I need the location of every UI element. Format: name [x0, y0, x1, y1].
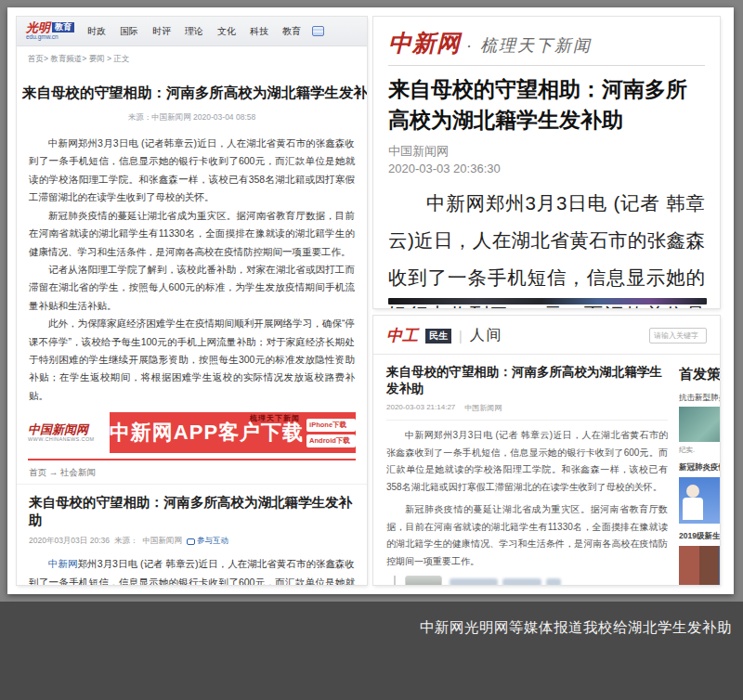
workers-article-title: 来自母校的守望相助：河南多所高校为湖北籍学生发补助 [386, 364, 668, 397]
wechat-moments-quote: 天哪，是我的朋友圈被学校领导看到了吗！！！我爱我们学校，湖北人民感受到了学校的关… [394, 576, 668, 585]
avatar [405, 576, 442, 585]
workers-date: 2020-03-03 21:14:27 [386, 403, 455, 413]
breadcrumb[interactable]: 首页> 教育频道> 要闻 > 正文 [17, 46, 367, 69]
chinanews-tagline: · 梳理天下新闻 [466, 34, 592, 57]
section-renjian[interactable]: 人间 [470, 326, 503, 345]
workers-header: 中工 民生 | 人间 [373, 316, 720, 355]
chinanews-logo: 中国新闻网 WWW.CHINANEWS.COM [28, 412, 110, 453]
cnsnet-link[interactable]: 中新网 [48, 558, 78, 569]
sidebar-caption: 纪实. [679, 446, 720, 455]
paragraph: 新冠肺炎疫情的蔓延让湖北省成为重灾区。据河南省教育厅数据，目前在河南省就读的湖北… [29, 207, 355, 261]
banner-stamp: 梳理天下新闻 [250, 413, 300, 423]
article-date: 2020年03月03日 20:36 [29, 536, 110, 547]
edu-badge: 教育 [52, 22, 74, 32]
chinanews-logo-text: 中国新闻网 [28, 423, 106, 435]
chinanews-mobile-logo[interactable]: 中新网 [388, 28, 461, 58]
gmw-header: 光明 教育 edu.gmw.cn 时政 国际 时评 理论 文化 科技 教育 [17, 17, 367, 46]
breadcrumb-society[interactable]: 首页 → 社会新闻 [17, 460, 367, 485]
workers-article-meta: 2020-03-03 21:14:27 中国新闻网 [386, 403, 668, 421]
nav-item-lilun[interactable]: 理论 [185, 25, 203, 38]
paragraph: 中新网郑州3月3日电 (记者韩章云)近日，人在湖北省黄石市的张鑫森收到了一条手机… [29, 135, 355, 207]
nav-item-shiping[interactable]: 时评 [152, 25, 171, 38]
paragraph: 新冠肺炎疫情的蔓延让湖北省成为重灾区。据河南省教育厅数据，目前在河南省就读的湖北… [386, 501, 668, 570]
article-body: 中新网郑州3月3日电 (记者韩章云)近日，人在湖北省黄石市的张鑫森收到了一条手机… [17, 135, 367, 405]
article-title: 来自母校的守望相助：河南多所高校为湖北籍学生发补助 [17, 84, 367, 103]
nav-item-guoji[interactable]: 国际 [120, 25, 138, 38]
android-download-button[interactable]: Android下载 [306, 434, 356, 447]
mobile-source: 中国新闻网 [388, 143, 705, 160]
paragraph: 记者从洛阳理工学院了解到，该校此番补助，对家在湖北省或因打工而滞留在湖北省的学生… [29, 261, 355, 315]
medical-workers-thumbnail[interactable] [679, 407, 720, 442]
iphone-download-button[interactable]: iPhone下载 [306, 419, 356, 432]
sidebar-item-label[interactable]: 新冠肺炎疫情 [679, 462, 720, 473]
workers-sidebar: 首发策划 抗击新型肺炎 纪实. 新冠肺炎疫情 2019级新生 [679, 355, 720, 585]
mobile-article-panel: 中新网 · 梳理天下新闻 来自母校的守望相助：河南多所高校为湖北籍学生发补助 中… [373, 17, 720, 308]
nav-item-keji[interactable]: 科技 [250, 25, 268, 38]
menu-icon[interactable] [312, 26, 324, 36]
app-download-banner[interactable]: 中国新闻网 WWW.CHINANEWS.COM 梳理天下新闻 中新网APP客户下… [28, 412, 356, 453]
gmw-article-panel: 光明 教育 edu.gmw.cn 时政 国际 时评 理论 文化 科技 教育 [17, 17, 367, 585]
workers-article: 来自母校的守望相助：河南多所高校为湖北籍学生发补助 2020-03-03 21:… [373, 355, 679, 585]
workers-article-panel: 中工 民生 | 人间 来自母校的守望相助：河南多所高校为湖北籍学生发补助 202… [373, 316, 720, 585]
guangming-logo-text: 光明 [26, 21, 50, 33]
mobile-body: 中新网郑州3月3日电 (记者 韩章云)近日，人在湖北省黄石市的张鑫森收到了一条手… [388, 185, 705, 308]
gmw-edu-logo[interactable]: 光明 教育 edu.gmw.cn [26, 21, 74, 41]
search-input[interactable] [649, 328, 707, 344]
header-divider: | [459, 329, 463, 344]
nav-item-shizheng[interactable]: 时政 [87, 25, 106, 38]
article-meta-2: 2020年03月03日 20:36 来源： 中国新闻网 参与互动 [17, 529, 367, 555]
caption-bar: 中新网光明网等媒体报道我校给湖北学生发补助 [0, 602, 743, 700]
caption-text: 中新网光明网等媒体报道我校给湖北学生发补助 [420, 618, 732, 638]
mobile-header: 中新网 · 梳理天下新闻 [388, 28, 705, 66]
banner-buttons: iPhone下载 Android下载 [304, 412, 356, 453]
white-canvas: 光明 教育 edu.gmw.cn 时政 国际 时评 理论 文化 科技 教育 [7, 7, 734, 594]
article-source-meta: 来源：中国新闻网 2020-03-04 08:58 [17, 112, 367, 123]
sidebar-item-label[interactable]: 2019级新生 [679, 531, 720, 542]
photo-collage-thumbnail[interactable] [679, 546, 720, 585]
gray-frame: 光明 教育 edu.gmw.cn 时政 国际 时评 理论 文化 科技 教育 [0, 0, 743, 602]
minsheng-badge: 民生 [425, 329, 451, 344]
interact-link[interactable]: 参与互动 [187, 536, 228, 547]
nav-item-wenhua[interactable]: 文化 [217, 25, 236, 38]
article-title-2: 来自母校的守望相助：河南多所高校为湖北籍学生发补助 [17, 485, 367, 529]
gmw-nav: 时政 国际 时评 理论 文化 科技 教育 [87, 25, 301, 38]
redacted-username [450, 578, 668, 585]
paragraph: 中新网郑州3月3日电 (记者 韩章云)近日，人在湖北省黄石市的张鑫森收到了一条手… [29, 555, 355, 585]
speech-bubble-icon [187, 538, 195, 545]
article-body-2: 中新网郑州3月3日电 (记者 韩章云)近日，人在湖北省黄石市的张鑫森收到了一条手… [17, 555, 367, 585]
zhonggong-logo[interactable]: 中工 [386, 325, 418, 346]
chinanews-logo-url: WWW.CHINANEWS.COM [28, 437, 106, 443]
workers-body: 中新网郑州3月3日电 (记者 韩章云)近日，人在湖北省黄石市的张鑫森收到了一条手… [386, 427, 668, 570]
banner-red-area: 梳理天下新闻 中新网APP客户下载 [110, 412, 304, 453]
sidebar-item-label[interactable]: 抗击新型肺炎 [679, 393, 720, 404]
nav-item-jiaoyu[interactable]: 教育 [282, 25, 301, 38]
source-label: 来源： [114, 536, 138, 547]
gmw-domain: edu.gmw.cn [26, 34, 74, 41]
photo-strip [388, 298, 707, 305]
doctor-cartoon-thumbnail[interactable] [679, 477, 720, 524]
mobile-article-title: 来自母校的守望相助：河南多所高校为湖北籍学生发补助 [388, 74, 705, 135]
paragraph: 此外，为保障家庭经济困难学生在疫情期间顺利开展网络学习，确保“停课不停学”，该校… [29, 315, 355, 405]
source-name: 中国新闻网 [142, 536, 182, 547]
mobile-datetime: 2020-03-03 20:36:30 [388, 162, 705, 175]
paragraph: 中新网郑州3月3日电 (记者 韩章云)近日，人在湖北省黄石市的张鑫森收到了一条手… [386, 427, 668, 496]
sidebar-heading: 首发策划 [679, 366, 720, 383]
workers-source: 中国新闻网 [464, 403, 502, 413]
